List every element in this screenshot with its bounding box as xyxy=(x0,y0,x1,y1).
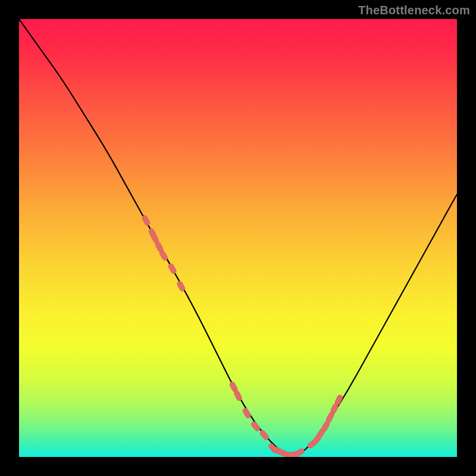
highlight-markers xyxy=(141,215,343,457)
highlight-marker xyxy=(242,407,252,419)
highlight-marker xyxy=(141,215,151,227)
chart-frame: TheBottleneck.com xyxy=(0,0,476,476)
highlight-marker xyxy=(167,262,177,274)
highlight-marker xyxy=(293,447,305,457)
bottleneck-curve xyxy=(19,19,457,456)
highlight-marker xyxy=(250,421,261,433)
highlight-marker xyxy=(233,390,243,402)
highlight-marker xyxy=(176,280,186,292)
watermark-text: TheBottleneck.com xyxy=(358,4,470,17)
plot-area xyxy=(19,19,457,457)
bottleneck-curve-svg xyxy=(19,19,457,457)
